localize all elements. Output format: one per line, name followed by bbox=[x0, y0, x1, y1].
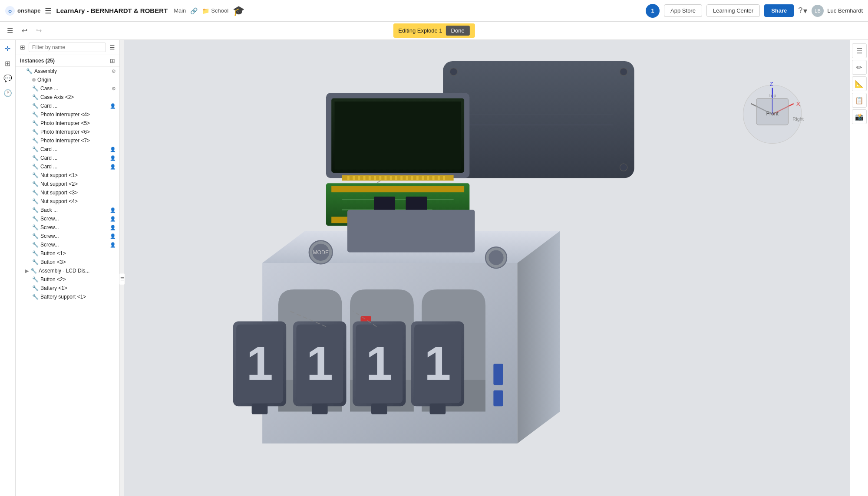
svg-rect-33 bbox=[432, 176, 435, 180]
tree-item[interactable]: 🔧Photo Interrupter <5> bbox=[16, 119, 119, 128]
undo-button[interactable]: ↩ bbox=[19, 25, 30, 36]
tree-item[interactable]: 🔧Screw...👤 bbox=[16, 223, 119, 232]
branch-label[interactable]: Main bbox=[174, 7, 186, 14]
select-tool[interactable]: ✛ bbox=[2, 43, 14, 55]
part-icon: 🔧 bbox=[32, 207, 39, 213]
editing-banner-text: Editing Explode 1 bbox=[398, 27, 442, 34]
tree-item[interactable]: 🔧Screw...👤 bbox=[16, 232, 119, 240]
rt-btn-0[interactable]: ☰ bbox=[852, 43, 867, 58]
user-menu[interactable]: LB Luc Bernhardt bbox=[812, 5, 863, 17]
rt-btn-2[interactable]: 📐 bbox=[852, 76, 867, 91]
expand-all-btn[interactable]: ⊞ bbox=[110, 57, 115, 64]
tree-item[interactable]: 🔧Button <2> bbox=[16, 275, 119, 284]
3d-viewport[interactable]: {/*pins*/} bbox=[124, 40, 868, 496]
svg-rect-25 bbox=[390, 176, 392, 180]
svg-text:Front: Front bbox=[766, 111, 779, 117]
svg-rect-35 bbox=[443, 176, 445, 180]
filter-input[interactable] bbox=[29, 43, 106, 52]
tree-item[interactable]: 🔧Nut support <2> bbox=[16, 180, 119, 188]
tree-item[interactable]: 🔧Button <1> bbox=[16, 249, 119, 258]
app-store-button[interactable]: App Store bbox=[664, 4, 702, 17]
tree-item[interactable]: 🔧Nut support <3> bbox=[16, 188, 119, 197]
tree-item[interactable]: 🔧Photo Interrupter <4> bbox=[16, 110, 119, 119]
tree-list[interactable]: 🔧Assembly⚙Origin🔧Case ...⚙🔧Case Axis <2>… bbox=[16, 67, 119, 496]
svg-rect-63 bbox=[371, 404, 387, 414]
comment-tool[interactable]: 💬 bbox=[2, 72, 14, 84]
tree-item[interactable]: 🔧Case ...⚙ bbox=[16, 84, 119, 93]
tree-item-label: Card ... bbox=[40, 103, 57, 109]
part-icon: 🔧 bbox=[32, 146, 39, 152]
rt-btn-1[interactable]: ✏ bbox=[852, 60, 867, 75]
mortarboard-icon[interactable]: 🎓 bbox=[233, 5, 244, 16]
done-button[interactable]: Done bbox=[446, 26, 470, 36]
tree-item-label: Nut support <4> bbox=[40, 198, 78, 204]
main-area: ✛ ⊞ 💬 🕐 ⚙ ⊞ ☰ Instances (25) ⊞ 🔧Assembly… bbox=[0, 40, 868, 496]
rt-btn-4[interactable]: 📸 bbox=[852, 109, 867, 124]
menu-btn[interactable]: ☰ bbox=[4, 25, 16, 36]
tree-item[interactable]: 🔧Assembly⚙ bbox=[16, 67, 119, 76]
tree-item-label: Button <2> bbox=[40, 276, 66, 282]
tree-item[interactable]: 🔧Card ...👤 bbox=[16, 154, 119, 162]
tree-item[interactable]: 🔧Battery support <1> bbox=[16, 292, 119, 301]
tree-item-label: Nut support <3> bbox=[40, 190, 78, 196]
svg-rect-31 bbox=[422, 176, 424, 180]
expand-arrow[interactable]: ▶ bbox=[25, 268, 29, 274]
svg-rect-15 bbox=[335, 102, 461, 170]
instances-label: Instances (25) bbox=[20, 58, 55, 64]
learning-center-button[interactable]: Learning Center bbox=[706, 4, 760, 17]
tree-item-label: Screw... bbox=[40, 224, 59, 230]
tree-item[interactable]: 🔧Card ...👤 bbox=[16, 102, 119, 110]
share-button[interactable]: Share bbox=[764, 4, 794, 17]
tree-item[interactable]: Origin bbox=[16, 76, 119, 84]
tree-item[interactable]: 🔧Screw...👤 bbox=[16, 240, 119, 249]
tree-item[interactable]: 🔧Screw...👤 bbox=[16, 214, 119, 223]
help-button[interactable]: ? ▾ bbox=[798, 6, 807, 16]
tree-item[interactable]: 🔧Back ...👤 bbox=[16, 206, 119, 214]
panel-header: ⊞ ☰ bbox=[16, 40, 119, 55]
svg-rect-48 bbox=[347, 210, 475, 253]
svg-text:O: O bbox=[8, 8, 12, 13]
filter-tool[interactable]: ⊞ bbox=[2, 57, 14, 69]
list-view-btn[interactable]: ☰ bbox=[109, 43, 116, 52]
redo-button[interactable]: ↪ bbox=[33, 25, 44, 36]
tree-item[interactable]: 🔧Card ...👤 bbox=[16, 162, 119, 171]
tree-item[interactable]: 🔧Photo Interrupter <6> bbox=[16, 128, 119, 136]
rt-btn-3[interactable]: 📋 bbox=[852, 93, 867, 108]
svg-text:Top: Top bbox=[769, 93, 776, 98]
tree-item[interactable]: 🔧Nut support <1> bbox=[16, 171, 119, 180]
logo[interactable]: O onshape bbox=[5, 6, 40, 16]
tree-item[interactable]: 🔧Battery <1> bbox=[16, 284, 119, 292]
svg-rect-24 bbox=[385, 176, 387, 180]
tree-item-extra: 👤 bbox=[110, 103, 116, 109]
filter-icon-btn[interactable]: ⊞ bbox=[19, 43, 26, 52]
tree-item-extra: 👤 bbox=[110, 233, 116, 239]
tree-item[interactable]: ▶🔧Assembly - LCD Dis... bbox=[16, 266, 119, 275]
tree-item-label: Photo Interrupter <7> bbox=[40, 138, 90, 144]
left-icon-bar: ✛ ⊞ 💬 🕐 ⚙ bbox=[0, 40, 16, 496]
svg-rect-27 bbox=[400, 176, 403, 180]
link-icon[interactable]: 🔗 bbox=[190, 7, 198, 14]
part-icon: 🔧 bbox=[32, 103, 39, 109]
tree-item-label: Photo Interrupter <4> bbox=[40, 112, 90, 118]
svg-text:1: 1 bbox=[307, 336, 333, 390]
tree-item[interactable]: 🔧Case Axis <2> bbox=[16, 93, 119, 102]
svg-rect-67 bbox=[430, 404, 446, 414]
tree-item[interactable]: 🔧Card ...👤 bbox=[16, 145, 119, 154]
tree-item[interactable]: 🔧Nut support <4> bbox=[16, 197, 119, 206]
hamburger-menu[interactable]: ☰ bbox=[45, 6, 52, 16]
part-icon: 🔧 bbox=[32, 242, 39, 248]
svg-rect-50 bbox=[493, 364, 503, 385]
school-nav[interactable]: 📁 School bbox=[202, 7, 228, 14]
history-tool[interactable]: 🕐 bbox=[2, 87, 14, 99]
tree-item[interactable]: 🔧Photo Interrupter <7> bbox=[16, 136, 119, 145]
notification-button[interactable]: 1 bbox=[646, 4, 660, 18]
panel-resize-handle[interactable]: ☰ bbox=[120, 40, 124, 496]
notification-bell[interactable]: 1 bbox=[646, 4, 660, 18]
tree-item-label: Nut support <1> bbox=[40, 172, 78, 178]
part-icon: 🔧 bbox=[32, 285, 39, 291]
part-icon: 🔧 bbox=[32, 155, 39, 161]
svg-text:1: 1 bbox=[366, 336, 393, 390]
part-icon: 🔧 bbox=[32, 198, 39, 204]
tree-item[interactable]: 🔧Button <3> bbox=[16, 258, 119, 266]
tree-item-label: Card ... bbox=[40, 164, 57, 170]
